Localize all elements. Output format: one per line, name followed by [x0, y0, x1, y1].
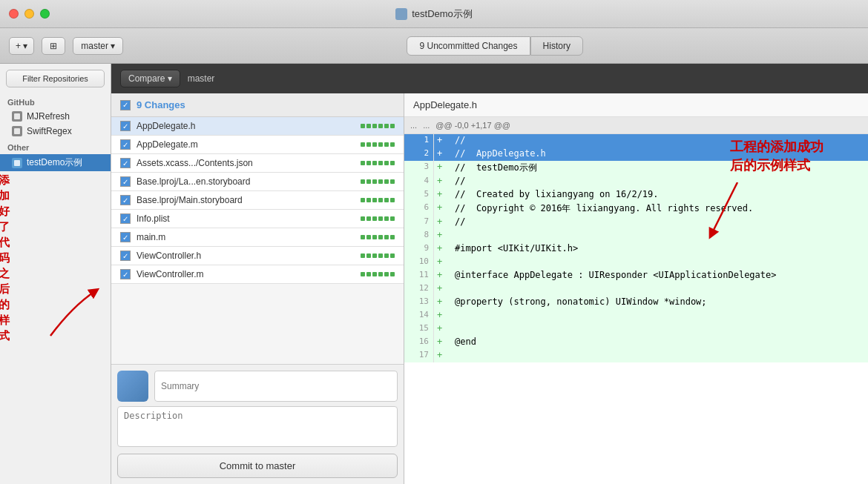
diff-line-number: 8	[404, 229, 434, 242]
file-list-item[interactable]: ✓ViewController.m	[111, 265, 404, 284]
file-list-item[interactable]: ✓Base.lproj/La...en.storyboard	[111, 173, 404, 191]
file-list-item[interactable]: ✓Assets.xcass.../Contents.json	[111, 154, 404, 173]
svg-rect-0	[14, 113, 20, 119]
tab-group: 9 Uncommitted Changes History	[131, 36, 859, 56]
sidebar-item-label: testDemo示例	[27, 156, 82, 169]
diff-line-content: //	[449, 175, 868, 188]
diff-line: 14+	[404, 309, 868, 322]
file-list-item[interactable]: ✓AppDelegate.m	[111, 136, 404, 154]
file-name: Info.plist	[137, 213, 361, 224]
diff-line-number: 2	[404, 147, 434, 161]
maximize-button[interactable]	[40, 9, 50, 19]
commit-user-row	[117, 371, 398, 402]
layout-button[interactable]: ⊞	[42, 37, 65, 55]
file-name: AppDelegate.h	[137, 121, 361, 131]
file-list: ✓AppDelegate.h✓AppDelegate.m✓Assets.xcas…	[111, 117, 404, 364]
diff-line: 6+// Copyright © 2016年 lixiangyang. All …	[404, 202, 868, 216]
file-checkbox[interactable]: ✓	[120, 269, 131, 279]
diff-line-content: #import <UIKit/UIKit.h>	[449, 242, 868, 256]
diff-line: 7+//	[404, 216, 868, 229]
sidebar-arrow	[0, 269, 117, 358]
sidebar-item-mjrefresh[interactable]: MJRefresh	[0, 109, 111, 124]
file-checkbox[interactable]: ✓	[120, 251, 131, 261]
diff-subheader-dots1: ...	[410, 121, 417, 130]
file-name: Base.lproj/La...en.storyboard	[137, 176, 361, 187]
diff-plus-sign: +	[434, 336, 449, 349]
file-checkbox[interactable]: ✓	[120, 139, 131, 150]
diff-plus-sign: +	[434, 242, 449, 256]
diff-line: 9+#import <UIKit/UIKit.h>	[404, 242, 868, 256]
tab-history[interactable]: History	[530, 36, 583, 56]
diff-line: 16+@end	[404, 336, 868, 349]
sidebar-item-swiftregex[interactable]: SwiftRegex	[0, 124, 111, 139]
diff-line: 17+	[404, 349, 868, 362]
diff-line-number: 15	[404, 322, 434, 336]
diff-plus-sign: +	[434, 147, 449, 161]
tab-uncommitted[interactable]: 9 Uncommitted Changes	[407, 36, 530, 56]
file-checkbox[interactable]: ✓	[120, 195, 131, 205]
summary-input[interactable]	[154, 371, 398, 402]
file-status-dots	[361, 124, 395, 128]
sidebar: Filter Repositories GitHub MJRefresh Swi…	[0, 64, 111, 484]
diff-plus-sign: +	[434, 322, 449, 336]
diff-subheader: ... ... @@ -0,0 +1,17 @@	[404, 117, 868, 134]
diff-plus-sign: +	[434, 134, 449, 147]
file-list-item[interactable]: ✓main.m	[111, 228, 404, 247]
file-checkbox[interactable]: ✓	[120, 158, 131, 168]
diff-subheader-dots2: ...	[423, 121, 430, 130]
file-list-item[interactable]: ✓AppDelegate.h	[111, 117, 404, 136]
content-area: Compare ▾ master ✓ 9 Changes ✓AppDelegat…	[111, 64, 868, 484]
repo-icon	[12, 158, 22, 168]
description-input[interactable]	[117, 406, 398, 447]
diff-plus-sign: +	[434, 296, 449, 309]
branch-selector[interactable]: master ▾	[73, 37, 123, 55]
file-status-dots	[361, 216, 395, 221]
close-button[interactable]	[9, 9, 19, 19]
commit-button[interactable]: Commit to master	[117, 454, 398, 478]
repo-icon	[12, 126, 22, 136]
minimize-button[interactable]	[24, 9, 34, 19]
diff-line: 3+// testDemo示例	[404, 161, 868, 175]
diff-plus-sign: +	[434, 229, 449, 242]
diff-plus-sign: +	[434, 256, 449, 269]
diff-line-number: 6	[404, 202, 434, 216]
file-list-item[interactable]: ✓Info.plist	[111, 210, 404, 228]
filter-repositories-button[interactable]: Filter Repositories	[6, 70, 105, 87]
diff-line-number: 10	[404, 256, 434, 269]
diff-line: 8+	[404, 229, 868, 242]
diff-line-number: 9	[404, 242, 434, 256]
file-checkbox[interactable]: ✓	[120, 232, 131, 242]
diff-plus-sign: +	[434, 202, 449, 216]
file-checkbox[interactable]: ✓	[120, 176, 131, 187]
select-all-checkbox[interactable]: ✓	[120, 100, 131, 110]
file-name: ViewController.m	[137, 269, 361, 279]
diff-line: 13+@property (strong, nonatomic) UIWindo…	[404, 296, 868, 309]
file-list-item[interactable]: ✓ViewController.h	[111, 247, 404, 265]
diff-line-content	[449, 322, 868, 336]
file-status-dots	[361, 272, 395, 276]
file-name: Base.lproj/Main.storyboard	[137, 195, 361, 205]
diff-line-number: 16	[404, 336, 434, 349]
sidebar-annotation-text: 添加好了代码之后的样式	[0, 172, 10, 343]
diff-line-content: //	[449, 134, 868, 147]
diff-line-content: // AppDelegate.h	[449, 147, 868, 161]
toolbar: + ▾ ⊞ master ▾ 9 Uncommitted Changes His…	[0, 28, 868, 64]
compare-button[interactable]: Compare ▾	[120, 70, 180, 87]
file-checkbox[interactable]: ✓	[120, 121, 131, 131]
diff-line-number: 4	[404, 175, 434, 188]
sidebar-item-testdemo[interactable]: testDemo示例	[0, 154, 111, 171]
add-button[interactable]: + ▾	[9, 37, 34, 55]
diff-line-content	[449, 309, 868, 322]
file-list-item[interactable]: ✓Base.lproj/Main.storyboard	[111, 191, 404, 210]
file-checkbox[interactable]: ✓	[120, 213, 131, 224]
diff-line-number: 13	[404, 296, 434, 309]
svg-rect-1	[14, 128, 20, 134]
diff-plus-sign: +	[434, 175, 449, 188]
other-section-header: Other	[0, 139, 111, 154]
diff-plus-sign: +	[434, 269, 449, 282]
app-icon	[395, 8, 407, 20]
sidebar-item-label: MJRefresh	[27, 111, 70, 122]
diff-line-content	[449, 256, 868, 269]
titlebar: testDemo示例	[0, 0, 868, 28]
file-status-dots	[361, 161, 395, 165]
